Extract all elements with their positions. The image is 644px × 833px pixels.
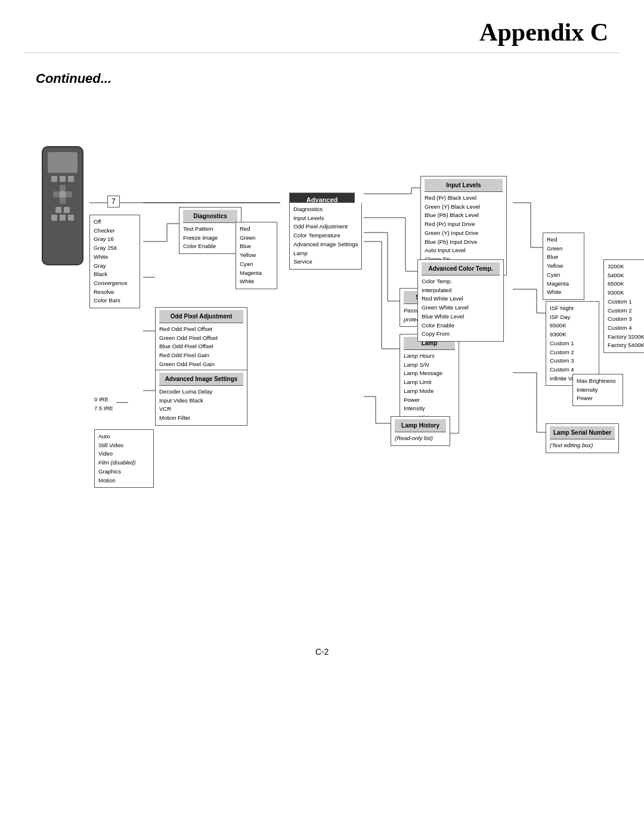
list-item: VCR — [159, 405, 243, 414]
list-item: Green Odd Pixel Offset — [159, 334, 243, 343]
diagnostics-items: Test Pattern Freeze image Color Enable — [183, 223, 237, 251]
list-item: Cyan — [547, 271, 580, 280]
list-item: Gray 16 — [94, 235, 136, 244]
remote-btn — [55, 207, 61, 213]
list-item: Green (Y) Input Drive — [425, 229, 503, 238]
main-left-list-items: Off Checker Gray 16 Gray 256 White Gray … — [94, 218, 136, 305]
list-item: Odd Pixel Adjustment — [293, 222, 358, 231]
list-item: Factory 5400K — [608, 341, 644, 350]
list-item: Input Levels — [293, 214, 358, 223]
page-title: Appendix C — [0, 0, 644, 52]
advanced-image-items: Decoder Luma Delay Input Video Black VCR… — [159, 386, 243, 423]
list-item: Lamp — [293, 249, 358, 258]
list-item: Yellow — [547, 262, 580, 271]
list-item: 6500K — [608, 280, 644, 289]
list-item: Max Brightness — [577, 377, 619, 386]
input-levels-colors: Red Green Blue Yellow Cyan Magenta White — [543, 233, 584, 300]
list-item: Lamp Message — [404, 369, 455, 378]
list-item: Lamp Hours — [404, 352, 455, 361]
list-item: 9300K — [550, 330, 595, 339]
list-item: Green (Y) Black Level — [425, 203, 503, 212]
list-item: Color Enable — [422, 321, 500, 330]
lamp-history-header: Lamp History — [395, 419, 446, 432]
list-item: White — [240, 277, 273, 286]
input-levels-color-items: Red Green Blue Yellow Cyan Magenta White — [547, 236, 580, 297]
advanced-color-box: Advanced Color Temp. Color Temp. Interpo… — [417, 259, 504, 342]
list-item: Black — [94, 270, 136, 279]
list-item: Red (Pr) Input Drive — [425, 220, 503, 229]
list-item: Lamp Mode — [404, 387, 455, 396]
list-item: Blue Odd Pixel Offset — [159, 342, 243, 351]
lamp-serial-box: Lamp Serial Number (Text editing box) — [546, 423, 619, 453]
input-levels-header: Input Levels — [425, 179, 503, 192]
advanced-list: Diagnostics Input Levels Odd Pixel Adjus… — [293, 205, 358, 267]
list-item: Magenta — [240, 269, 273, 278]
main-left-list: Off Checker Gray 16 Gray 256 White Gray … — [89, 215, 140, 308]
list-item: Still Video — [98, 441, 150, 450]
list-item: Video — [98, 450, 150, 459]
list-item: Custom 1 — [608, 298, 644, 306]
advanced-color-sub-items: ISF Night ISF Day 6500K 9300K Custom 1 C… — [550, 304, 595, 383]
diagnostics-header: Diagnostics — [183, 210, 237, 223]
num-badge-7: 7 — [107, 196, 120, 208]
list-item: Power — [404, 396, 455, 405]
list-item: Graphics — [98, 467, 150, 476]
list-item: Blue (Pb) Black Level — [425, 211, 503, 220]
list-item: Custom 2 — [608, 306, 644, 315]
list-item: Diagnostics — [293, 205, 358, 214]
remote-buttons-row3 — [43, 215, 82, 221]
list-item: Custom 1 — [550, 339, 595, 348]
list-item: Power — [577, 394, 619, 403]
advanced-color-extra: Max Brightness Intensity Power — [572, 374, 623, 406]
remote-btn — [68, 176, 74, 182]
list-item: 5400K — [608, 271, 644, 280]
list-item: Decoder Luma Delay — [159, 388, 243, 397]
list-item: Red (Pr) Black Level — [425, 194, 503, 203]
dpad-center — [59, 191, 66, 198]
diagnostics-sub-colors: Red Green Blue Yellow Cyan Magenta White — [236, 222, 277, 289]
list-item: Intensity — [404, 404, 455, 413]
list-item: Motion Filter — [159, 414, 243, 423]
list-item: Lamp S/N — [404, 361, 455, 370]
lamp-serial-text-box: (Text editing box) — [550, 441, 615, 450]
list-item: 3200K — [608, 262, 644, 271]
list-item: White — [547, 288, 580, 297]
list-item: Service — [293, 258, 358, 267]
remote-buttons-row2 — [43, 207, 82, 213]
remote-btn — [51, 215, 57, 221]
lamp-history-box: Lamp History (Read-only list) — [391, 416, 450, 446]
diagnostics-box: Diagnostics Test Pattern Freeze image Co… — [179, 207, 242, 254]
color-temp-list: 3200K 5400K 6500K 9300K Custom 1 Custom … — [603, 259, 644, 353]
advanced-color-items: Color Temp. Interpolated Red White Level… — [422, 275, 500, 339]
remote-btn — [51, 176, 57, 182]
list-item: Film (disabled) — [98, 459, 150, 467]
remote-btn — [60, 215, 66, 221]
advanced-items: Diagnostics Input Levels Odd Pixel Adjus… — [289, 203, 362, 270]
list-item: Test Pattern — [183, 225, 237, 234]
list-item: ISF Night — [550, 304, 595, 313]
list-item: Green White Level — [422, 304, 500, 312]
odd-pixel-header: Odd Pixel Adjustment — [159, 310, 243, 323]
ire-labels: 0 IRE 7.5 IRE — [94, 395, 113, 413]
list-item: Lamp Limit — [404, 378, 455, 387]
list-item: Interpolated — [422, 286, 500, 295]
list-item: Gray — [94, 262, 136, 271]
remote-btn — [64, 207, 70, 213]
lamp-history-sub: (Read-only list) — [395, 432, 446, 443]
list-item: Blue — [547, 253, 580, 262]
page-number: C-2 — [0, 635, 644, 674]
list-item: Green — [240, 234, 273, 243]
list-item: Off — [94, 218, 136, 227]
lamp-serial-header: Lamp Serial Number — [550, 426, 615, 439]
list-item: Color Bars — [94, 296, 136, 305]
list-item: Factory 3200K — [608, 333, 644, 342]
remote-btn — [60, 176, 66, 182]
list-item: Convergence — [94, 279, 136, 288]
advanced-image-header: Advanced Image Settings — [159, 373, 243, 386]
list-item: Resolve — [94, 288, 136, 297]
connector-lines — [24, 98, 620, 635]
list-item: Copy From — [422, 330, 500, 339]
remote-dpad — [53, 185, 72, 204]
list-item: Input Video Black — [159, 397, 243, 405]
list-item: Custom 3 — [608, 315, 644, 324]
